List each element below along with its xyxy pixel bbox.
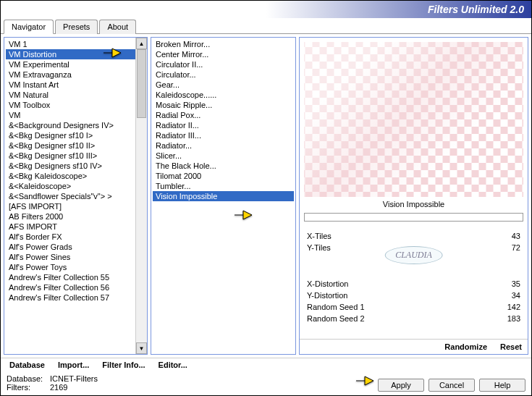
list-item[interactable]: Alf's Power Toys (6, 262, 145, 272)
param-value: 35 (512, 279, 520, 288)
scroll-thumb[interactable] (137, 49, 146, 118)
list-item[interactable]: Radiator... (153, 140, 294, 151)
list-item[interactable]: Broken Mirror... (153, 39, 294, 49)
param-name: Y-Tiles (307, 243, 331, 252)
list-item[interactable]: Center Mirror... (153, 49, 294, 59)
list-item[interactable]: [AFS IMPORT] (6, 201, 145, 211)
cancel-button[interactable]: Cancel (428, 379, 475, 392)
preview-image (304, 42, 523, 197)
list-item[interactable]: Circulator... (153, 69, 294, 80)
scroll-up-icon[interactable]: ▲ (136, 38, 147, 49)
panel-footer: Randomize Reset (300, 339, 528, 354)
param-name: Y-Distortion (307, 291, 347, 300)
list-item[interactable]: Andrew's Filter Collection 57 (6, 292, 145, 303)
scroll-track[interactable] (136, 49, 147, 342)
reset-button[interactable]: Reset (500, 342, 522, 351)
list-item[interactable]: VM Experimental (6, 59, 145, 69)
filter-info-button[interactable]: Filter Info... (102, 361, 145, 369)
param-value: 34 (512, 291, 520, 300)
category-panel: VM 1VM DistortionVM ExperimentalVM Extra… (4, 37, 148, 355)
list-item[interactable]: AB Filters 2000 (6, 211, 145, 222)
list-item[interactable]: &<Sandflower Specials"v"> > (6, 191, 145, 201)
list-item[interactable]: Radiator II... (153, 120, 294, 130)
randomize-button[interactable]: Randomize (444, 342, 487, 351)
list-item[interactable]: Alf's Border FX (6, 232, 145, 242)
list-item[interactable]: VM Extravaganza (6, 69, 145, 80)
category-list[interactable]: VM 1VM DistortionVM ExperimentalVM Extra… (4, 38, 147, 354)
list-item[interactable]: Circulator II... (153, 59, 294, 69)
param-name: X-Tiles (307, 232, 332, 240)
list-item[interactable]: Gear... (153, 80, 294, 90)
param-row[interactable]: Random Seed 2183 (307, 313, 520, 324)
param-name: X-Distortion (307, 279, 348, 288)
list-item[interactable]: &<Bkg Kaleidoscope> (6, 171, 145, 181)
preview-area: Vision Impossible (300, 38, 528, 226)
param-row[interactable]: Y-Distortion34 (307, 290, 520, 301)
list-item[interactable]: Vision Impossible (153, 191, 294, 201)
apply-button[interactable]: Apply (378, 379, 424, 392)
list-item[interactable]: The Black Hole... (153, 161, 294, 171)
list-item[interactable]: VM (6, 110, 145, 120)
help-button[interactable]: Help (479, 379, 525, 392)
progress-bar (304, 213, 523, 222)
param-value: 183 (507, 314, 520, 323)
param-value: 72 (512, 243, 520, 252)
list-item[interactable]: AFS IMPORT (6, 222, 145, 232)
list-item[interactable]: VM Distortion (6, 49, 145, 59)
list-item[interactable]: &<Bkg Designer sf10 II> (6, 140, 145, 151)
app-title: Filters Unlimited 2.0 (428, 4, 524, 15)
list-item[interactable]: &<Bkg Designers sf10 IV> (6, 161, 145, 171)
dialog-buttons: Apply Cancel Help (378, 379, 525, 392)
list-item[interactable]: Slicer... (153, 151, 294, 161)
param-name: Random Seed 2 (307, 314, 365, 323)
list-item[interactable]: &<Bkg Designer sf10 I> (6, 130, 145, 140)
param-row[interactable]: X-Tiles43 (307, 230, 520, 242)
list-item[interactable]: VM 1 (6, 39, 145, 49)
param-value: 43 (512, 232, 520, 240)
list-item[interactable]: Tilomat 2000 (153, 171, 294, 181)
list-item[interactable]: Kaleidoscope...... (153, 90, 294, 100)
editor-button[interactable]: Editor... (159, 361, 187, 369)
database-button[interactable]: Database (9, 361, 45, 369)
list-item[interactable]: &<Kaleidoscope> (6, 181, 145, 191)
status-bar: Database:ICNET-Filters Filters:2169 Appl… (1, 371, 531, 395)
scroll-down-icon[interactable]: ▼ (136, 342, 147, 354)
db-value: ICNET-Filters (50, 374, 98, 383)
list-item[interactable]: Radiator III... (153, 130, 294, 140)
list-item[interactable]: VM Instant Art (6, 80, 145, 90)
list-item[interactable]: Radial Pox... (153, 110, 294, 120)
tab-navigator[interactable]: Navigator (4, 20, 54, 34)
param-value: 142 (507, 303, 520, 311)
param-row[interactable]: Random Seed 1142 (307, 301, 520, 313)
list-item[interactable]: Andrew's Filter Collection 56 (6, 282, 145, 292)
list-item[interactable]: Alf's Power Sines (6, 252, 145, 262)
preview-panel: Vision Impossible CLAUDIA X-Tiles43Y-Til… (299, 37, 528, 355)
scrollbar[interactable]: ▲ ▼ (135, 38, 147, 354)
list-item[interactable]: &<Background Designers IV> (6, 120, 145, 130)
tab-presets[interactable]: Presets (55, 20, 98, 34)
list-item[interactable]: &<Bkg Designer sf10 III> (6, 151, 145, 161)
list-item[interactable]: Mosaic Ripple... (153, 100, 294, 110)
filter-panel: Broken Mirror...Center Mirror...Circulat… (151, 37, 296, 355)
list-item[interactable]: Andrew's Filter Collection 55 (6, 272, 145, 282)
main-footer: Database Import... Filter Info... Editor… (1, 358, 531, 371)
parameter-section: CLAUDIA X-Tiles43Y-Tiles72X-Distortion35… (300, 226, 528, 339)
tab-strip: Navigator Presets About (1, 18, 531, 34)
tab-about[interactable]: About (99, 20, 136, 34)
list-item[interactable]: Tumbler... (153, 181, 294, 191)
list-item[interactable]: Alf's Power Grads (6, 242, 145, 252)
import-button[interactable]: Import... (58, 361, 89, 369)
filter-list[interactable]: Broken Mirror...Center Mirror...Circulat… (151, 38, 295, 354)
list-item[interactable]: VM Natural (6, 90, 145, 100)
list-item[interactable]: VM Toolbox (6, 100, 145, 110)
watermark: CLAUDIA (384, 246, 443, 264)
tab-content: VM 1VM DistortionVM ExperimentalVM Extra… (1, 33, 531, 358)
title-bar: Filters Unlimited 2.0 (1, 1, 531, 18)
status-info: Database:ICNET-Filters Filters:2169 (7, 374, 98, 392)
preview-label: Vision Impossible (383, 197, 444, 211)
db-label: Database: (7, 374, 50, 383)
param-row[interactable]: X-Distortion35 (307, 278, 520, 290)
filters-label: Filters: (7, 383, 50, 392)
param-name: Random Seed 1 (307, 303, 365, 311)
filters-count: 2169 (50, 383, 67, 392)
